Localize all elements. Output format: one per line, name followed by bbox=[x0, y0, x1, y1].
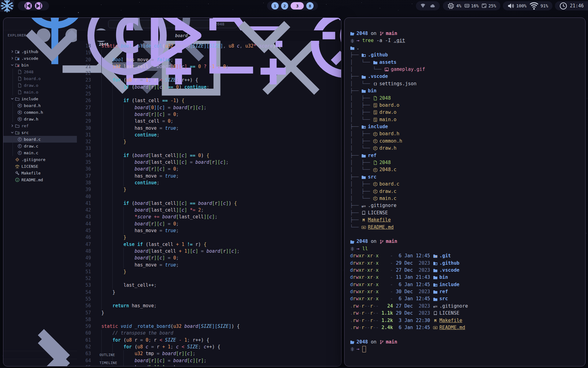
explorer-item-README.md[interactable]: README.md bbox=[3, 176, 77, 183]
code-line-40[interactable]: 40 bbox=[77, 193, 341, 200]
code-line-36[interactable]: 36 board[r][c] = 0; bbox=[77, 166, 341, 172]
ll-entry-icon bbox=[433, 282, 438, 287]
code-line-52[interactable]: 52 bbox=[77, 275, 341, 282]
code-line-50[interactable]: 50 has_move = true; bbox=[77, 262, 341, 268]
code-line-60[interactable]: 60 // transpose the board bbox=[77, 330, 341, 336]
svg-text:C: C bbox=[375, 183, 376, 186]
tray-network-icon[interactable] bbox=[420, 3, 426, 9]
code-line-19[interactable]: 19 bbox=[77, 49, 341, 56]
media-prev-button[interactable] bbox=[24, 2, 32, 10]
code-line-57[interactable]: 57} bbox=[77, 309, 341, 316]
explorer-item-LICENSE[interactable]: LICENSE bbox=[3, 163, 77, 170]
code-line-18[interactable]: 18static bool _slide_col(u32 board[SIZE]… bbox=[77, 43, 341, 49]
code-line-29[interactable]: 29 last_cell = 0; bbox=[77, 118, 341, 125]
code-line-34[interactable]: 34 if (board[last_cell][c] == 0) { bbox=[77, 152, 341, 159]
code-line-42[interactable]: 42 board[last_cell][c] *= 2; bbox=[77, 207, 341, 213]
terminal-command: → ll bbox=[350, 245, 585, 252]
explorer-item-main.o[interactable]: main.o bbox=[3, 89, 77, 95]
ll-entry-name: ref bbox=[439, 288, 448, 295]
code-line-21[interactable]: 21 i32 last_cell = board[0][c] == 0 ? -1… bbox=[77, 63, 341, 70]
code-line-55[interactable]: 55 bbox=[77, 296, 341, 302]
permissions: drwxr-xr-x bbox=[350, 260, 379, 267]
explorer-item-Makefile[interactable]: Makefile bbox=[3, 170, 77, 176]
code-line-65[interactable]: 65 board[c][r] = tmp; bbox=[77, 364, 341, 366]
code-line-35[interactable]: 35 board[last_cell][c] = board[r][c]; bbox=[77, 159, 341, 166]
explorer-item-main.c[interactable]: Cmain.c bbox=[3, 149, 77, 156]
ram-icon bbox=[464, 3, 469, 8]
code-line-43[interactable]: 43 *score += board[last_cell][c]; bbox=[77, 213, 341, 220]
code-line-25[interactable]: 25 bbox=[77, 90, 341, 97]
ll-entry-icon bbox=[433, 275, 438, 280]
code-line-58[interactable]: 58 bbox=[77, 316, 341, 323]
code-line-24[interactable]: 24 if (board[r][c] == 0) continue; bbox=[77, 84, 341, 90]
tree-entry-icon: 0110 bbox=[373, 110, 378, 115]
line-number: 56 bbox=[77, 302, 91, 309]
code-line-45[interactable]: 45 has_move = true; bbox=[77, 227, 341, 234]
code-line-49[interactable]: 49 board[r][c] = 0; bbox=[77, 255, 341, 261]
code-line-28[interactable]: 28 board[r][c] = 0; bbox=[77, 111, 341, 118]
explorer-item-board.o[interactable]: board.o bbox=[3, 75, 77, 82]
code-line-30[interactable]: 30 has_move = true; bbox=[77, 125, 341, 132]
code-line-20[interactable]: 20 bool has_move = false; bbox=[77, 56, 341, 63]
code-line-59[interactable]: 59static void _rotate_board(u32 board[SI… bbox=[77, 323, 341, 330]
explorer-item-draw.h[interactable]: Hdraw.h bbox=[3, 116, 77, 122]
git-branch-icon bbox=[379, 340, 384, 344]
explorer-item-common.h[interactable]: Hcommon.h bbox=[3, 109, 77, 116]
code-line-27[interactable]: 27 board[0][c] = board[r][c]; bbox=[77, 104, 341, 111]
explorer-item-draw.c[interactable]: Cdraw.c bbox=[3, 143, 77, 149]
explorer-item-label: README.md bbox=[21, 178, 43, 182]
terminal-output: 2048 on main→ tree -a -I .git.├── .githu… bbox=[345, 18, 585, 353]
code-line-33[interactable]: 33 bbox=[77, 145, 341, 152]
code-line-61[interactable]: 61 for (u8 r = 0; r < SIZE - 1; r++) { bbox=[77, 337, 341, 343]
code-line-23[interactable]: 23 for (u8 r = 1; r < SIZE; r++) { bbox=[77, 77, 341, 83]
code-line-48[interactable]: 48 board[last_cell + 1][c] = board[r][c]… bbox=[77, 248, 341, 255]
code-line-47[interactable]: 47 else if (last_cell + 1 != r) { bbox=[77, 241, 341, 248]
folder-open-icon bbox=[350, 340, 355, 344]
workspace-8[interactable]: 8 bbox=[306, 2, 314, 10]
code-line-31[interactable]: 31 continue; bbox=[77, 132, 341, 138]
code-line-53[interactable]: 53 last_cell++; bbox=[77, 282, 341, 289]
tray-cloud-icon[interactable] bbox=[430, 3, 435, 9]
line-number: 19 bbox=[77, 49, 91, 56]
nixos-menu-button[interactable] bbox=[0, 0, 14, 12]
code-line-54[interactable]: 54 } bbox=[77, 289, 341, 296]
explorer-root-folder[interactable]: 2048 bbox=[3, 40, 77, 48]
code-editor[interactable]: 18static bool _slide_col(u32 board[SIZE]… bbox=[77, 41, 341, 366]
code-line-39[interactable]: 39 } bbox=[77, 186, 341, 193]
workspace-2[interactable]: 2 bbox=[281, 2, 288, 10]
explorer-item-include[interactable]: include bbox=[3, 95, 77, 102]
code-line-44[interactable]: 44 board[r][c] = 0; bbox=[77, 220, 341, 227]
media-next-button[interactable] bbox=[35, 2, 42, 10]
svg-text:git: git bbox=[362, 205, 366, 207]
explorer-item-.gitignore[interactable]: .gitignore bbox=[3, 156, 77, 163]
explorer-item-src[interactable]: {}src bbox=[3, 129, 77, 136]
code-line-26[interactable]: 26 if (last_cell == -1) { bbox=[77, 97, 341, 104]
terminal-window[interactable]: 2048 on main→ tree -a -I .git.├── .githu… bbox=[344, 17, 586, 366]
explorer-item-board.c[interactable]: Cboard.c bbox=[3, 136, 77, 143]
explorer-item-2048[interactable]: 2048 bbox=[3, 68, 77, 75]
code-line-51[interactable]: 51 } bbox=[77, 268, 341, 275]
explorer-item-ref[interactable]: ref bbox=[3, 122, 77, 129]
code-line-63[interactable]: 63 u32 tmp = board[r][c]; bbox=[77, 350, 341, 357]
code-line-37[interactable]: 37 has_move = true; bbox=[77, 173, 341, 179]
code-line-38[interactable]: 38 continue; bbox=[77, 179, 341, 186]
code-line-32[interactable]: 32 } bbox=[77, 138, 341, 145]
explorer-item-.github[interactable]: .github bbox=[3, 48, 77, 55]
explorer-item-label: include bbox=[21, 97, 38, 101]
code-line-22[interactable]: 22 bbox=[77, 70, 341, 77]
explorer-item-draw.o[interactable]: draw.o bbox=[3, 82, 77, 89]
explorer-item-board.h[interactable]: Hboard.h bbox=[3, 102, 77, 109]
explorer-item-bin[interactable]: bin bbox=[3, 62, 77, 68]
volume-network-stats: 100% 91% bbox=[503, 1, 552, 10]
workspace-3-active[interactable]: 3 bbox=[291, 2, 304, 10]
code-line-62[interactable]: 62 for (u8 c = r + 1; c < SIZE; c++) { bbox=[77, 343, 341, 350]
code-line-64[interactable]: 64 board[r][c] = board[c][r]; bbox=[77, 357, 341, 364]
permissions: .rw-r--r-- bbox=[350, 317, 379, 324]
workspace-1[interactable]: 1 bbox=[271, 2, 279, 10]
timeline-panel[interactable]: TIMELINE bbox=[3, 359, 77, 366]
explorer-item-.vscode[interactable]: .vscode bbox=[3, 55, 77, 62]
code-line-56[interactable]: 56 return has_move; bbox=[77, 302, 341, 309]
cpu-stat: 4% bbox=[447, 2, 462, 10]
code-line-46[interactable]: 46 } bbox=[77, 234, 341, 241]
code-line-41[interactable]: 41 if (board[last_cell][c] == board[r][c… bbox=[77, 200, 341, 207]
